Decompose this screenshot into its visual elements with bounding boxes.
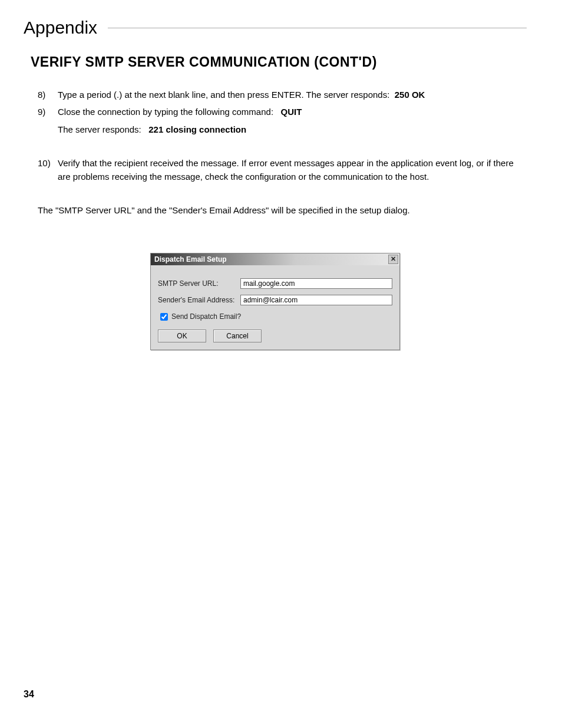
page-number: 34 [24,689,34,700]
dispatch-email-setup-dialog: Dispatch Email Setup ✕ SMTP Server URL: … [150,253,400,350]
ok-button[interactable]: OK [158,330,206,342]
step-9-sub: The server responds: 221 closing connect… [58,123,527,136]
step-number: 9) [38,105,58,118]
field-row-email: Sender's Email Address: [158,295,392,305]
step-text: Close the connection by typing the follo… [58,107,273,117]
dialog-title: Dispatch Email Setup [154,255,388,263]
dialog-titlebar: Dispatch Email Setup ✕ [151,253,399,265]
step-number: 8) [38,88,58,101]
sender-email-input[interactable] [240,295,392,305]
note-paragraph: The "SMTP Server URL" and the "Sender's … [38,203,527,217]
smtp-url-input[interactable] [240,278,392,289]
appendix-header: Appendix [24,18,527,38]
close-button[interactable]: ✕ [388,255,398,264]
send-dispatch-checkbox[interactable] [160,313,168,321]
close-icon: ✕ [391,255,396,263]
send-dispatch-label: Send Dispatch Email? [171,312,241,321]
section-heading: VERIFY SMTP SERVER COMMUNICATION (CONT'D… [31,54,527,70]
code-text: QUIT [281,107,302,117]
step-8: 8) Type a period (.) at the next blank l… [38,88,527,101]
step-10: 10) Verify that the recipient received t… [38,156,527,184]
dialog-body: SMTP Server URL: Sender's Email Address:… [151,265,399,350]
cancel-button[interactable]: Cancel [213,330,262,342]
code-text: 250 OK [395,90,425,100]
step-body: Close the connection by typing the follo… [58,105,527,118]
step-number: 10) [38,156,58,184]
step-text: The server responds: [58,124,141,134]
appendix-title: Appendix [24,18,108,38]
sender-email-label: Sender's Email Address: [158,296,240,304]
smtp-url-label: SMTP Server URL: [158,279,240,288]
step-9: 9) Close the connection by typing the fo… [38,105,527,118]
step-body: Type a period (.) at the next blank line… [58,88,527,101]
step-list: 8) Type a period (.) at the next blank l… [38,88,527,183]
send-dispatch-row: Send Dispatch Email? [158,311,392,322]
field-row-smtp: SMTP Server URL: [158,278,392,289]
step-text: Verify that the recipient received the m… [58,158,514,182]
header-rule [108,28,527,28]
dialog-button-row: OK Cancel [158,330,392,342]
step-text: Type a period (.) at the next blank line… [58,90,389,100]
step-body: Verify that the recipient received the m… [58,156,527,184]
code-text: 221 closing connection [148,124,246,134]
